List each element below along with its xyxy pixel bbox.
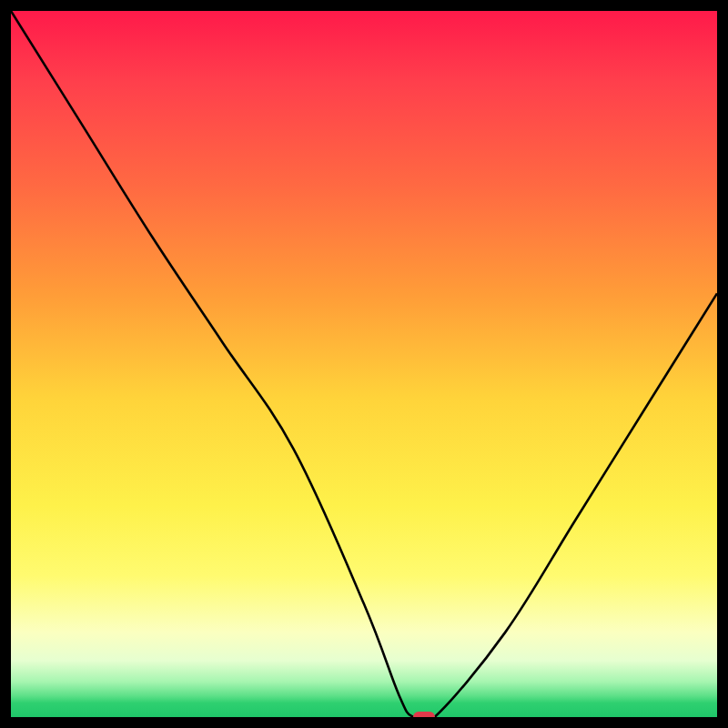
optimal-marker	[413, 712, 434, 717]
bottleneck-curve	[11, 11, 717, 717]
plot-area	[11, 11, 717, 717]
